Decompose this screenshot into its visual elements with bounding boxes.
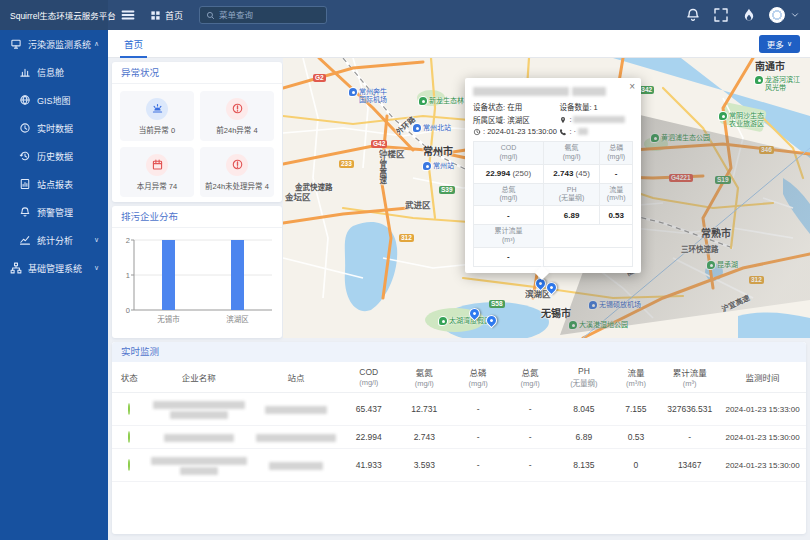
- company-name-redacted: [147, 449, 251, 482]
- metric-value: 6.89: [543, 206, 599, 225]
- map-poi-green[interactable]: 常阴沙生态 农业旅游区: [719, 112, 764, 128]
- menu-search[interactable]: [199, 6, 327, 24]
- table-row[interactable]: 22.9942.743--6.890.53-2024-01-23 15:30:0…: [112, 426, 806, 449]
- hamburger-menu-icon[interactable]: [120, 7, 136, 23]
- fullscreen-icon[interactable]: [713, 7, 729, 23]
- svg-text:滨湖区: 滨湖区: [226, 314, 249, 324]
- metric-cell: 0: [612, 449, 661, 482]
- grid-icon: [150, 10, 161, 21]
- map-road-badge: G42: [371, 140, 387, 148]
- nav-home[interactable]: 首页: [150, 9, 183, 22]
- table-row[interactable]: 65.43712.731--8.0457.155327636.5312024-0…: [112, 393, 806, 426]
- popup-info-field: 设备状态: 在用: [473, 101, 559, 112]
- stat-card-label: 前24h异常 4: [216, 124, 257, 135]
- column-header: COD(mg/l): [341, 362, 397, 393]
- map-poi-green[interactable]: 新龙生态林: [419, 97, 464, 105]
- clockalert-icon: [226, 98, 248, 120]
- park-poi-icon: [755, 76, 763, 84]
- stat-card[interactable]: 前24h异常 4: [200, 91, 274, 141]
- map-road-badge: 312: [399, 234, 414, 242]
- stat-card[interactable]: 当前异常 0: [120, 91, 194, 141]
- svg-text:0: 0: [126, 306, 130, 315]
- stat-card-label: 本月异常 74: [137, 180, 177, 191]
- metric-value: 2.743 (45): [543, 164, 599, 183]
- panel-title: 排污企业分布: [112, 206, 282, 228]
- metric-cell: 3.593: [397, 449, 453, 482]
- column-header: PH(无量纲): [556, 362, 612, 393]
- column-header: 氨氮(mg/l): [397, 362, 453, 393]
- status-indicator: [128, 459, 130, 471]
- monitor-time-cell: 2024-01-23 15:30:00: [719, 449, 806, 482]
- metric-cell: -: [452, 393, 504, 426]
- stat-card[interactable]: 前24h未处理异常 4: [200, 147, 274, 197]
- popup-info-field: : ·: [559, 127, 633, 136]
- map-road-label: 金武快速路: [295, 184, 333, 193]
- redacted-text: [164, 434, 234, 442]
- map-district-label: 武进区: [405, 201, 431, 211]
- svg-text:2: 2: [126, 236, 130, 245]
- search-input[interactable]: [219, 10, 320, 20]
- panel-title: 异常状况: [112, 62, 282, 84]
- column-header: 企业名称: [147, 362, 251, 393]
- sidebar-item-infohub[interactable]: 信息舱: [0, 58, 108, 86]
- bar-chart: 210无锡市滨湖区: [116, 230, 278, 334]
- metric-cell: 22.994: [341, 426, 397, 449]
- map[interactable]: 常州市无锡市南通市常熟市武进区金坛区钟楼区滨湖区金武快速路外环路江宜高速三环快速…: [283, 58, 810, 338]
- map-road-badge: 312: [749, 276, 764, 284]
- stat-card[interactable]: 本月异常 74: [120, 147, 194, 197]
- base-icon: [10, 262, 22, 274]
- sidebar-item-monitor[interactable]: 污染源监测系统∧: [0, 30, 108, 58]
- sidebar-item-base[interactable]: 基础管理系统∨: [0, 254, 108, 282]
- park-poi-icon: [569, 321, 577, 329]
- status-indicator: [128, 431, 130, 443]
- report-icon: [19, 178, 31, 190]
- map-poi-green[interactable]: 龙游河滨江 风光带: [755, 76, 800, 92]
- user-avatar[interactable]: [769, 7, 785, 23]
- metric-cell: 65.437: [341, 393, 397, 426]
- notification-bell-icon[interactable]: [685, 7, 701, 23]
- map-poi-blue[interactable]: 常州站: [423, 162, 454, 170]
- stats-icon: [19, 234, 31, 246]
- redacted-text: [578, 128, 588, 135]
- map-poi-green[interactable]: 黄泗浦生态公园: [651, 134, 710, 142]
- chevron-down-icon[interactable]: [790, 10, 800, 20]
- app-logo: Squirrel生态环境云服务平台: [0, 0, 108, 30]
- gis-icon: [19, 94, 31, 106]
- column-header: 累计流量(m³): [660, 362, 719, 393]
- popup-device-info: 设备状态: 在用设备数量: 1所属区域: 滨湖区:: 2024-01-23 15…: [473, 101, 633, 136]
- map-poi-green[interactable]: 太湖湾度假区: [439, 317, 491, 325]
- metric-cell: -: [504, 449, 556, 482]
- map-poi-blue[interactable]: 无锡硕放机场: [589, 301, 641, 309]
- caret-down-icon: ∨: [94, 236, 99, 244]
- flame-icon[interactable]: [741, 7, 757, 23]
- site-name-redacted: [251, 426, 341, 449]
- metric-cell: 7.155: [612, 393, 661, 426]
- sidebar-item-realtime[interactable]: 实时数据: [0, 114, 108, 142]
- sidebar-item-label: 基础管理系统: [28, 262, 82, 275]
- sidebar-item-gis[interactable]: GIS地图: [0, 86, 108, 114]
- map-poi-green[interactable]: 昆承湖: [707, 261, 738, 269]
- table-row[interactable]: 41.9333.593--8.1350134672024-01-23 15:30…: [112, 449, 806, 482]
- map-road-label: 三环快速路: [681, 246, 719, 255]
- transport-poi-icon: [589, 301, 597, 309]
- sidebar-item-label: GIS地图: [37, 94, 71, 107]
- more-button[interactable]: 更多∨: [759, 35, 800, 53]
- sidebar-item-history[interactable]: 历史数据: [0, 142, 108, 170]
- metric-value: 0.53: [600, 206, 633, 225]
- sidebar-item-stats[interactable]: 统计分析∨: [0, 226, 108, 254]
- tab-home[interactable]: 首页: [120, 30, 147, 58]
- sidebar-item-report[interactable]: 站点报表: [0, 170, 108, 198]
- popup-title-redacted: [473, 85, 633, 96]
- status-indicator: [128, 403, 130, 415]
- map-poi-green[interactable]: 大溪港湿地公园: [569, 321, 628, 329]
- metric-cell: -: [504, 426, 556, 449]
- clock-icon: [473, 128, 481, 136]
- sidebar-item-alert[interactable]: 预警管理: [0, 198, 108, 226]
- map-city-label: 常熟市: [701, 228, 731, 240]
- close-icon[interactable]: ×: [629, 81, 635, 92]
- metric-label: 总磷(mg/l): [600, 142, 633, 165]
- map-poi-blue[interactable]: 常州北站: [413, 124, 451, 132]
- map-poi-blue[interactable]: 常州奔牛 国际机场: [349, 88, 387, 104]
- realtime-monitor-panel: 实时监测 状态企业名称站点COD(mg/l)氨氮(mg/l)总磷(mg/l)总氮…: [112, 342, 806, 534]
- sidebar-item-label: 站点报表: [37, 178, 73, 191]
